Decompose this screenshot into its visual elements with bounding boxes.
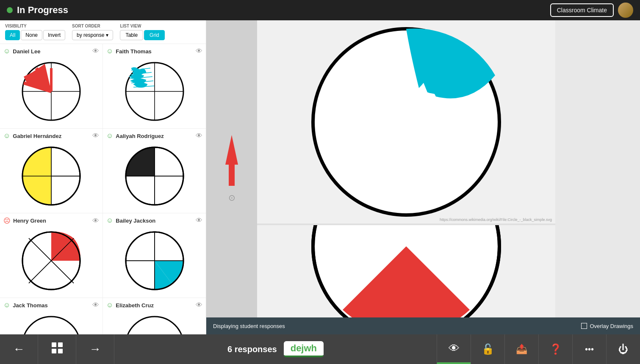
sort-group: SORT ORDER by response ▾ (72, 24, 113, 40)
student-header: ☺ Bailey Jackson 👁 (106, 217, 202, 224)
student-cell-elizabeth: ☺ Elizabeth Cruz 👁 (103, 298, 206, 334)
student-name-elizabeth: Elizabeth Cruz (116, 302, 154, 309)
student-cell-henry: ☹ Henry Green 👁 (0, 213, 103, 298)
student-cell-jack: ☺ Jack Thomas 👁 (0, 298, 103, 334)
svg-rect-46 (52, 349, 56, 353)
eye-icon-jack[interactable]: 👁 (92, 301, 99, 309)
student-name-henry: Henry Green (13, 218, 46, 224)
status-bar: Displaying student responses Overlay Dra… (206, 317, 640, 334)
svg-point-39 (126, 317, 183, 335)
svg-marker-40 (225, 135, 238, 186)
student-name-aaliyah: Aaliyah Rodríguez (116, 133, 163, 139)
student-name-bailey: Bailey Jackson (116, 218, 155, 224)
svg-rect-47 (58, 349, 63, 353)
eye-icon-bailey[interactable]: 👁 (196, 217, 202, 224)
displaying-text: Displaying student responses (213, 323, 285, 329)
classroom-climate-button[interactable]: Classroom Climate (550, 3, 614, 17)
top-bar: In Progress Classroom Climate (0, 0, 640, 20)
overlay-label: Overlay Drawings (590, 323, 633, 329)
sort-button[interactable]: by response ▾ (72, 30, 113, 40)
eye-icon-aaliyah[interactable]: 👁 (196, 132, 202, 140)
smiley-icon-elizabeth: ☺ (106, 301, 113, 309)
visibility-buttons: All None Invert (5, 30, 65, 40)
power-button[interactable]: ⏻ (606, 334, 640, 364)
submit-icon: 📤 (516, 344, 527, 355)
view-group: LIST VIEW Table Grid (120, 24, 164, 40)
grid-button[interactable] (38, 334, 76, 364)
forward-button[interactable]: → (76, 334, 114, 364)
response-nav-left: ⊙ (206, 20, 257, 317)
student-name-daniel: Daniel Lee (13, 48, 40, 55)
canvas-bailey (106, 227, 202, 294)
left-panel: VISIBILITY All None Invert SORT ORDER by… (0, 20, 206, 334)
table-view-button[interactable]: Table (120, 30, 143, 40)
canvas-jack (3, 312, 99, 334)
student-grid: ☺ Daniel Lee 👁 (0, 44, 206, 334)
canvas-aaliyah (106, 142, 202, 210)
response-right (555, 20, 640, 317)
student-header: ☺ Faith Thomas 👁 (106, 47, 202, 55)
forward-arrow-icon: → (89, 342, 101, 356)
smiley-icon-henry: ☹ (3, 217, 11, 225)
right-panel: ⊙ https://commons.wikimedia.org/wiki/Fil… (206, 20, 640, 334)
smiley-icon-bailey: ☺ (106, 217, 113, 224)
more-button[interactable]: ••• (572, 334, 606, 364)
controls-bar: VISIBILITY All None Invert SORT ORDER by… (0, 20, 206, 44)
target-icon: ⊙ (228, 193, 235, 203)
student-header: ☺ Gabriel Hernández 👁 (3, 132, 99, 140)
grid-view-button[interactable]: Grid (144, 30, 165, 40)
visibility-none-button[interactable]: None (21, 30, 42, 40)
student-cell-daniel-lee: ☺ Daniel Lee 👁 (0, 44, 103, 129)
visibility-invert-button[interactable]: Invert (43, 30, 65, 40)
student-name-faith: Faith Thomas (116, 48, 152, 55)
toolbar-center: 6 responses dejwh (114, 341, 437, 357)
submit-button[interactable]: 📤 (504, 334, 538, 364)
view-label: LIST VIEW (120, 24, 164, 28)
lock-button[interactable]: 🔓 (471, 334, 504, 364)
student-header: ☺ Jack Thomas 👁 (3, 301, 99, 309)
eye-icon-faith[interactable]: 👁 (196, 47, 202, 55)
eye-icon-gabriel[interactable]: 👁 (92, 132, 99, 140)
student-cell-aaliyah: ☺ Aaliyah Rodríguez 👁 (103, 129, 206, 213)
eye-button[interactable]: 👁 (437, 334, 471, 364)
question-button[interactable]: ❓ (538, 334, 572, 364)
overlay-checkbox[interactable] (581, 323, 587, 329)
smiley-icon-gabriel: ☺ (3, 132, 10, 140)
response-bottom (257, 225, 555, 317)
sort-label: SORT ORDER (72, 24, 113, 28)
toolbar-right: 👁 🔓 📤 ❓ ••• ⏻ (437, 334, 640, 364)
smiley-icon-daniel: ☺ (3, 47, 10, 55)
student-header: ☺ Daniel Lee 👁 (3, 47, 99, 55)
smiley-icon-aaliyah: ☺ (106, 132, 113, 140)
grid-icon (51, 342, 64, 357)
bottom-toolbar: ← → 6 responses dejwh 👁 🔓 (0, 334, 640, 364)
eye-toolbar-icon: 👁 (449, 342, 460, 355)
response-top: https://commons.wikimedia.org/wiki/File:… (257, 20, 555, 225)
smiley-icon-jack: ☺ (3, 301, 10, 309)
svg-rect-44 (52, 342, 56, 347)
back-button[interactable]: ← (0, 334, 38, 364)
view-buttons: Table Grid (120, 30, 164, 40)
responses-count: 6 responses (227, 345, 277, 354)
svg-point-38 (22, 317, 80, 335)
canvas-gabriel (3, 142, 99, 210)
canvas-elizabeth (106, 312, 202, 334)
eye-icon-elizabeth[interactable]: 👁 (196, 301, 202, 309)
response-area: ⊙ https://commons.wikimedia.org/wiki/Fil… (206, 20, 640, 317)
overlay-control[interactable]: Overlay Drawings (581, 323, 633, 329)
main-layout: VISIBILITY All None Invert SORT ORDER by… (0, 20, 640, 334)
toolbar-left: ← → (0, 334, 114, 364)
eye-icon-daniel[interactable]: 👁 (92, 47, 99, 55)
student-name-gabriel: Gabriel Hernández (13, 133, 61, 139)
sort-value: by response (77, 32, 104, 38)
student-name-jack: Jack Thomas (13, 302, 47, 309)
arrow-down-icon (219, 135, 244, 186)
student-cell-faith-thomas: ☺ Faith Thomas 👁 (103, 44, 206, 129)
session-code: dejwh (284, 341, 324, 357)
smiley-icon-faith: ☺ (106, 47, 113, 55)
visibility-all-button[interactable]: All (5, 30, 20, 40)
eye-icon-henry[interactable]: 👁 (92, 217, 99, 225)
power-icon: ⏻ (618, 343, 629, 355)
canvas-daniel (3, 58, 99, 125)
avatar[interactable] (618, 3, 633, 18)
